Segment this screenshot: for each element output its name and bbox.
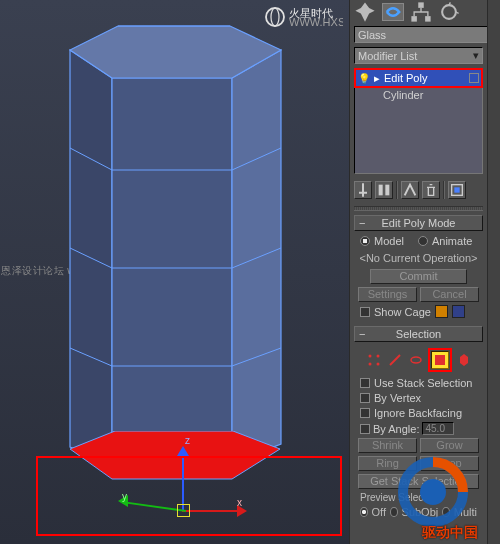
modifier-list-dropdown[interactable]: Modifier List xyxy=(354,47,483,64)
svg-rect-32 xyxy=(435,355,445,365)
cylinder-mesh xyxy=(65,20,287,495)
object-name-input[interactable] xyxy=(354,26,500,43)
checkbox-by-angle[interactable] xyxy=(360,424,370,434)
current-operation-label: <No Current Operation> xyxy=(356,252,481,264)
label-ignore-backfacing: Ignore Backfacing xyxy=(374,407,462,419)
settings-button[interactable]: Settings xyxy=(358,287,417,302)
radio-animate[interactable] xyxy=(418,236,428,246)
rollout-edit-poly-mode: −Edit Poly Mode Model Animate <No Curren… xyxy=(354,215,483,322)
svg-rect-24 xyxy=(385,185,389,196)
svg-marker-5 xyxy=(112,78,232,463)
cage-color-1[interactable] xyxy=(435,305,448,318)
modifier-item-edit-poly[interactable]: 💡 ▸ Edit Poly xyxy=(356,70,481,86)
command-panel-tabs xyxy=(350,0,487,24)
modifier-item-cylinder[interactable]: Cylinder xyxy=(355,87,482,103)
svg-text:WWW.HXSD.CN: WWW.HXSD.CN xyxy=(289,16,343,28)
remove-modifier-button[interactable] xyxy=(422,181,440,199)
label-use-stack: Use Stack Selection xyxy=(374,377,472,389)
label-by-vertex: By Vertex xyxy=(374,392,421,404)
svg-point-22 xyxy=(442,5,456,19)
label-model: Model xyxy=(374,235,404,247)
configure-sets-button[interactable] xyxy=(448,181,466,199)
modifier-label: Edit Poly xyxy=(384,72,427,84)
modifier-label: Cylinder xyxy=(383,89,423,101)
motion-tab-icon[interactable] xyxy=(438,3,460,21)
svg-point-29 xyxy=(368,363,371,366)
label-by-angle: By Angle: xyxy=(373,423,419,435)
loop-button[interactable]: Loop xyxy=(420,456,479,471)
rollout-selection: −Selection Use Stack Selection By Vertex… xyxy=(354,326,483,522)
cancel-button[interactable]: Cancel xyxy=(420,287,479,302)
border-level-icon[interactable] xyxy=(407,351,425,369)
annotation-stack-highlight: 💡 ▸ Edit Poly xyxy=(354,68,483,88)
rollout-header-edit-poly[interactable]: −Edit Poly Mode xyxy=(354,215,483,231)
edge-level-icon[interactable] xyxy=(386,351,404,369)
checkbox-ignore-backfacing[interactable] xyxy=(360,408,370,418)
panel-scroll-tab[interactable] xyxy=(487,0,500,544)
svg-rect-19 xyxy=(418,2,424,8)
annotation-selection-highlight xyxy=(36,456,342,536)
checkbox-show-cage[interactable] xyxy=(360,307,370,317)
expand-icon[interactable]: ▸ xyxy=(372,72,382,85)
svg-point-28 xyxy=(376,355,379,358)
svg-point-27 xyxy=(368,355,371,358)
polygon-level-icon[interactable] xyxy=(431,351,449,369)
element-level-icon[interactable] xyxy=(455,351,473,369)
radio-preview-off[interactable] xyxy=(360,507,368,517)
rollout-header-selection[interactable]: −Selection xyxy=(354,326,483,342)
command-panel: Modifier List 💡 ▸ Edit Poly Cylinder xyxy=(349,0,500,544)
radio-preview-subobj[interactable] xyxy=(390,507,398,517)
shrink-button[interactable]: Shrink xyxy=(358,438,417,453)
label-animate: Animate xyxy=(432,235,472,247)
pin-stack-button[interactable] xyxy=(354,181,372,199)
modifier-endcap-icon xyxy=(469,73,479,83)
grow-button[interactable]: Grow xyxy=(420,438,479,453)
radio-model[interactable] xyxy=(360,236,370,246)
svg-marker-4 xyxy=(70,50,112,463)
cage-color-2[interactable] xyxy=(452,305,465,318)
make-unique-button[interactable] xyxy=(401,181,419,199)
svg-rect-23 xyxy=(379,185,383,196)
svg-rect-21 xyxy=(425,16,431,22)
show-end-result-button[interactable] xyxy=(375,181,393,199)
hierarchy-tab-icon[interactable] xyxy=(410,3,432,21)
svg-point-31 xyxy=(411,357,421,363)
panel-divider[interactable] xyxy=(354,206,483,211)
create-tab-icon[interactable] xyxy=(354,3,376,21)
modifier-stack-toolbar xyxy=(354,180,483,200)
annotation-polygon-highlight xyxy=(428,348,452,372)
get-stack-selection-button[interactable]: Get Stack Selection xyxy=(358,474,479,489)
gizmo-z-label: z xyxy=(185,435,190,446)
by-angle-input[interactable] xyxy=(422,422,454,435)
vertex-level-icon[interactable] xyxy=(365,351,383,369)
svg-point-30 xyxy=(376,363,379,366)
modify-tab-icon[interactable] xyxy=(382,3,404,21)
label-show-cage: Show Cage xyxy=(374,306,431,318)
modifier-stack[interactable]: 💡 ▸ Edit Poly Cylinder xyxy=(354,68,483,174)
svg-marker-6 xyxy=(232,50,281,463)
ring-button[interactable]: Ring xyxy=(358,456,417,471)
checkbox-by-vertex[interactable] xyxy=(360,393,370,403)
visibility-toggle-icon[interactable]: 💡 xyxy=(358,73,370,84)
viewport-3d[interactable]: 火星时代WWW.HXSD.CN 恩泽设计论坛 www.missyuan.com … xyxy=(0,0,349,544)
checkbox-use-stack-selection[interactable] xyxy=(360,378,370,388)
preview-selection-label: Preview Selection xyxy=(356,492,481,503)
svg-rect-26 xyxy=(454,187,459,192)
gizmo-z-arrow-icon xyxy=(177,446,189,456)
commit-button[interactable]: Commit xyxy=(370,269,467,284)
svg-rect-20 xyxy=(411,16,417,22)
subobject-level-icons xyxy=(356,346,481,374)
watermark-qudong-text: 驱动中国 xyxy=(422,524,478,542)
radio-preview-multi[interactable] xyxy=(442,507,450,517)
